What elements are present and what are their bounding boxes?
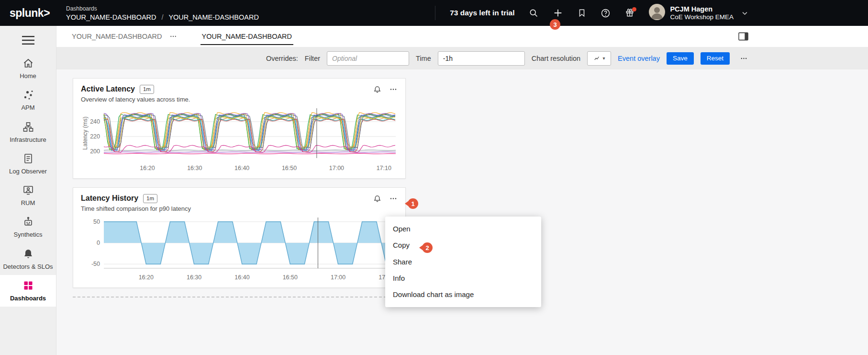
svg-text:16:50: 16:50 (282, 165, 297, 172)
chart-resolution-dropdown[interactable]: ▾ (587, 51, 611, 66)
resolution-badge: 1m (143, 194, 157, 203)
sidebar-item-label: Detectors & SLOs (3, 263, 53, 271)
svg-text:240: 240 (90, 118, 100, 125)
svg-text:16:30: 16:30 (187, 165, 202, 172)
logo-gt: > (44, 7, 50, 19)
chart-title: Latency History (81, 194, 138, 203)
svg-text:50: 50 (93, 218, 100, 225)
sidebar-item-label: Dashboards (10, 295, 46, 302)
empty-grid-row-placeholder (73, 297, 406, 298)
svg-text:17:00: 17:00 (331, 274, 345, 281)
filter-label: Filter (305, 55, 320, 62)
annotation-step-3-badge: 3 (550, 19, 560, 30)
save-button[interactable]: Save (667, 52, 694, 65)
chart-actions-menu-icon[interactable] (389, 195, 398, 203)
svg-text:16:40: 16:40 (234, 274, 249, 281)
tab-dashboard-active[interactable]: YOUR_NAME-DASHBOARD (200, 28, 294, 45)
menu-item-download-chart-as-image[interactable]: Download chart as image (385, 286, 541, 303)
event-overlay-link[interactable]: Event overlay (618, 55, 660, 62)
chart-card-latency-history: Latency History 1m Time shifted comparis… (73, 187, 406, 288)
synthetics-icon (22, 216, 34, 228)
detectors-slos-icon (22, 248, 34, 260)
section-label: Dashboards (66, 5, 259, 12)
annotation-step-1-badge: 1 (408, 198, 418, 209)
dashboard-tab-row: YOUR_NAME-DASHBOARD YOUR_NAME-DASHBOARD (56, 26, 868, 47)
sidebar-item-label: RUM (21, 199, 35, 207)
menu-item-open[interactable]: Open (385, 221, 541, 237)
top-navigation-bar: splunk> Dashboards YOUR_NAME-DASHBOARD /… (0, 0, 868, 26)
svg-text:16:20: 16:20 (139, 274, 154, 281)
svg-text:Latency (ms): Latency (ms) (82, 116, 89, 149)
tab-dashboard-group[interactable]: YOUR_NAME-DASHBOARD (72, 33, 162, 40)
svg-text:-50: -50 (91, 261, 100, 267)
sidebar-item-dashboards[interactable]: Dashboards (0, 275, 56, 307)
svg-text:200: 200 (90, 148, 100, 155)
apm-icon (22, 89, 34, 101)
header-divider (435, 6, 435, 20)
chart-title: Active Latency (81, 85, 135, 93)
menu-item-share[interactable]: Share (385, 254, 541, 270)
bell-icon[interactable] (373, 195, 381, 203)
user-org: CoE Workshop EMEA (670, 13, 734, 22)
breadcrumb-parent[interactable]: YOUR_NAME-DASHBOARD (66, 13, 156, 21)
reset-button[interactable]: Reset (701, 52, 730, 65)
breadcrumb: Dashboards YOUR_NAME-DASHBOARD / YOUR_NA… (56, 5, 259, 21)
sidebar-item-label: Log Observer (9, 168, 47, 175)
chart-context-menu: Open Copy Share Info Download chart as i… (385, 217, 541, 307)
svg-text:17:10: 17:10 (377, 165, 391, 172)
dashboard-toolbar: Overrides: Filter Time Chart resolution … (56, 47, 868, 69)
sidebar-item-label: Synthetics (14, 231, 43, 239)
sidebar-item-label: APM (21, 104, 34, 112)
svg-text:0: 0 (97, 240, 100, 246)
left-navigation-sidebar: Home APM Infrastructure Log Observer RUM… (0, 26, 56, 355)
svg-text:16:50: 16:50 (283, 274, 298, 281)
chevron-down-icon[interactable] (741, 10, 748, 17)
gift-icon[interactable] (625, 8, 634, 18)
sidebar-item-synthetics[interactable]: Synthetics (0, 211, 56, 243)
log-observer-icon (22, 153, 34, 164)
help-icon[interactable] (601, 8, 611, 18)
splunk-logo[interactable]: splunk> (0, 7, 56, 20)
time-label: Time (416, 55, 431, 62)
user-name: PCJM Hagen (670, 5, 734, 13)
svg-text:16:30: 16:30 (187, 274, 201, 281)
sidebar-item-home[interactable]: Home (0, 53, 56, 84)
bookmark-icon[interactable] (578, 8, 586, 18)
home-icon (22, 57, 34, 69)
search-icon[interactable] (529, 8, 538, 18)
annotation-step-2-badge: 2 (422, 242, 433, 253)
menu-item-info[interactable]: Info (385, 270, 541, 286)
rum-icon (22, 184, 34, 196)
time-input[interactable] (438, 51, 525, 66)
bell-icon[interactable] (373, 85, 381, 93)
header-actions: 73 days left in trial (435, 4, 868, 22)
hamburger-menu-icon[interactable] (0, 26, 56, 53)
sidebar-item-detectors-slos[interactable]: Detectors & SLOs (0, 243, 56, 275)
sidebar-item-apm[interactable]: APM (0, 84, 56, 116)
chart-resolution-label: Chart resolution (532, 55, 580, 62)
plus-icon[interactable] (553, 8, 563, 18)
sidebar-item-log-observer[interactable]: Log Observer (0, 148, 56, 180)
breadcrumb-separator: / (162, 13, 164, 21)
sidebar-item-rum[interactable]: RUM (0, 180, 56, 211)
menu-item-copy[interactable]: Copy (385, 237, 541, 253)
svg-text:16:40: 16:40 (234, 165, 249, 172)
filter-input[interactable] (327, 51, 409, 66)
svg-text:16:20: 16:20 (140, 165, 155, 172)
right-panel-toggle-icon[interactable] (738, 32, 748, 41)
splunk-observability-app: splunk> Dashboards YOUR_NAME-DASHBOARD /… (0, 0, 868, 355)
breadcrumb-current: YOUR_NAME-DASHBOARD (168, 13, 259, 21)
resolution-badge: 1m (140, 85, 154, 94)
infrastructure-icon (22, 121, 34, 133)
toolbar-more-options-icon[interactable] (739, 55, 748, 62)
logo-text: splunk (10, 7, 44, 19)
sidebar-item-infrastructure[interactable]: Infrastructure (0, 116, 56, 148)
user-menu[interactable]: PCJM Hagen CoE Workshop EMEA (649, 4, 748, 22)
latency-history-chart[interactable]: 500-5016:2016:3016:4016:5017:0017:10 (81, 215, 398, 284)
active-latency-chart[interactable]: 24022020016:2016:3016:4016:5017:0017:10L… (81, 105, 398, 174)
tab-more-options-icon[interactable] (169, 33, 178, 40)
svg-text:220: 220 (90, 133, 100, 140)
dashboard-grid: Active Latency 1m Overview of latency va… (56, 69, 868, 355)
dashboards-icon (22, 280, 34, 291)
chart-actions-menu-icon[interactable] (389, 85, 398, 93)
